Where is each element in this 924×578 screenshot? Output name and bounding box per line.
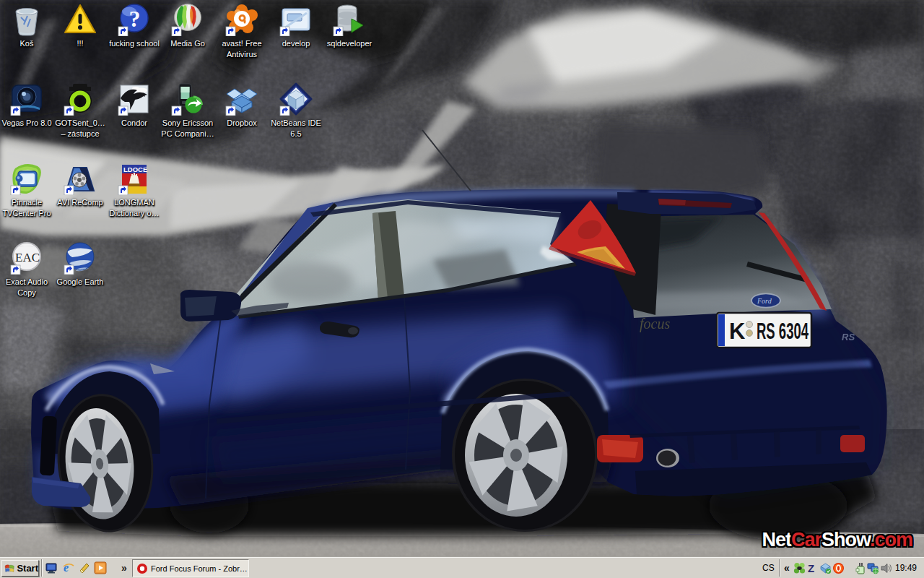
svg-text:K: K: [729, 319, 746, 344]
svg-text:Ford: Ford: [757, 297, 772, 305]
svg-text:RS 6304: RS 6304: [757, 319, 808, 344]
svg-text:LDOCE: LDOCE: [123, 165, 147, 173]
svg-text:focus: focus: [640, 316, 670, 332]
svg-text:Z: Z: [808, 562, 814, 574]
svg-text:RS: RS: [842, 332, 855, 342]
svg-text:EAC: EAC: [15, 251, 40, 264]
svg-text:e: e: [64, 561, 69, 574]
svg-text:?: ?: [129, 6, 141, 32]
